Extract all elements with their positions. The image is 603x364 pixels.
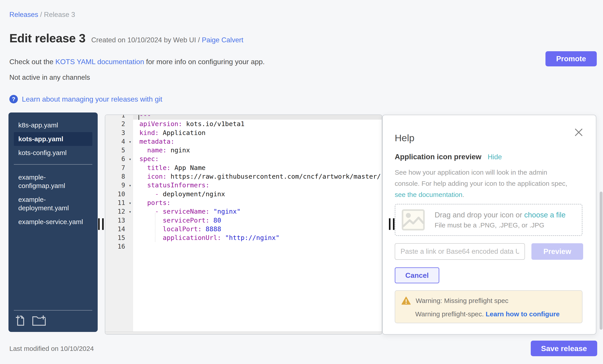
kots-yaml-doc-link[interactable]: KOTS YAML documentation [55, 58, 144, 66]
created-text: Created on 10/10/2024 by Web UI / [91, 36, 202, 44]
code-line-6: spec: [133, 154, 382, 163]
breadcrumb: Releases / Release 3 [9, 11, 75, 19]
code-line-15: applicationUrl: "http://nginx" [133, 233, 382, 242]
text-cursor [139, 115, 139, 120]
gutter-line-10: 10 [105, 190, 133, 199]
cancel-button[interactable]: Cancel [395, 267, 439, 283]
edit-release-page: Releases / Release 3 Edit release 3 Crea… [0, 0, 603, 364]
code-line-14: localPort: 8888 [133, 225, 382, 233]
desc-line-2: console. For help adding your icon to th… [395, 180, 567, 187]
save-release-button[interactable]: Save release [531, 341, 597, 356]
editor-horizontal-scrollbar[interactable] [105, 331, 382, 334]
file-item-k8s-app.yaml[interactable]: k8s-app.yaml [14, 118, 92, 132]
code-line-9: statusInformers: [133, 181, 382, 189]
gutter-line-15: 15 [105, 233, 133, 242]
close-icon[interactable] [574, 128, 583, 137]
icon-preview-description: See how your application icon will look … [395, 167, 567, 200]
help-panel-resize-handle[interactable] [389, 218, 394, 230]
gutter-line-2: 2 [105, 120, 133, 128]
code-rows: ---apiVersion: kots.io/v1beta1kind: Appl… [133, 115, 382, 251]
doc-suffix: for more info on configuring your app. [144, 58, 265, 66]
code-line-4: metadata: [133, 137, 382, 146]
gutter-line-1: 1 [105, 115, 133, 120]
page-title: Edit release 3 [9, 31, 85, 45]
code-line-16 [133, 242, 382, 251]
indent-guide [155, 213, 155, 242]
fold-arrow-icon[interactable]: ▾ [129, 181, 131, 190]
breadcrumb-releases-link[interactable]: Releases [9, 11, 38, 19]
git-releases-link[interactable]: Learn about managing your releases with … [22, 95, 162, 103]
hide-link[interactable]: Hide [488, 153, 502, 161]
icon-dropzone[interactable]: Drag and drop your icon or choose a file… [395, 204, 582, 236]
gutter-line-13: 13 [105, 216, 133, 225]
see-documentation-link[interactable]: see the documentation [395, 191, 463, 198]
choose-file-link[interactable]: choose a file [524, 211, 566, 219]
help-panel: Help Application icon preview Hide See h… [382, 115, 596, 335]
gutter-line-11: 11▾ [105, 199, 133, 207]
gutter-line-6: 6▾ [105, 154, 133, 163]
desc-period: . [463, 191, 464, 198]
sidebar-bottom-toolbar [14, 310, 92, 328]
promote-button[interactable]: Promote [545, 51, 597, 66]
file-list-primary: k8s-app.yamlkots-app.yamlkots-config.yam… [9, 112, 98, 160]
file-item-kots-config.yaml[interactable]: kots-config.yaml [14, 146, 92, 160]
icon-url-input[interactable] [395, 243, 525, 260]
preflight-warning-box: Warning: Missing preflight spec Warning … [395, 290, 582, 323]
gutter-line-7: 7 [105, 164, 133, 172]
doc-prefix: Check out the [9, 58, 55, 66]
add-folder-icon[interactable] [32, 315, 46, 326]
gutter-line-9: 9▾ [105, 181, 133, 189]
gutter-line-8: 8 [105, 172, 133, 181]
gutter-line-5: 5 [105, 146, 133, 154]
file-list-secondary: example-configmap.yamlexample-deployment… [9, 169, 98, 229]
editor-code-area[interactable]: ---apiVersion: kots.io/v1beta1kind: Appl… [133, 115, 382, 334]
doc-line: Check out the KOTS YAML documentation fo… [9, 58, 265, 66]
file-item-example-deployment.yaml[interactable]: example-deployment.yaml [14, 193, 92, 215]
git-help-line: ? Learn about managing your releases wit… [9, 95, 162, 103]
code-line-10: - deployment/nginx [133, 190, 382, 199]
gutter-line-4: 4▾ [105, 137, 133, 146]
breadcrumb-current: Release 3 [44, 11, 75, 19]
code-line-5: name: nginx [133, 146, 382, 154]
dropzone-label: Drag and drop your icon or [435, 211, 524, 219]
desc-line-1: See how your application icon will look … [395, 169, 547, 176]
fold-arrow-icon[interactable]: ▾ [129, 137, 131, 146]
author-link[interactable]: Paige Calvert [202, 36, 243, 44]
code-line-3: kind: Application [133, 129, 382, 137]
code-line-8: icon: https://raw.githubusercontent.com/… [133, 172, 382, 181]
gutter-line-14: 14 [105, 225, 133, 233]
warning-configure-link[interactable]: Learn how to configure [486, 310, 560, 318]
add-file-icon[interactable] [16, 315, 25, 326]
fold-arrow-icon[interactable]: ▾ [129, 155, 131, 164]
breadcrumb-separator: / [38, 11, 44, 19]
code-line-7: title: App Name [133, 164, 382, 172]
code-line-13: servicePort: 80 [133, 216, 382, 225]
icon-preview-heading: Application icon preview [395, 153, 481, 161]
sidebar-resize-handle[interactable] [98, 218, 104, 230]
dropzone-hint: File must be a .PNG, .JPEG, or .JPG [435, 221, 566, 229]
code-line-12: - serviceName: "nginx" [133, 207, 382, 216]
gutter-rows: 1234▾56▾789▾1011▾12▾13141516 [105, 115, 133, 251]
icon-preview-heading-row: Application icon preview Hide [395, 153, 502, 161]
help-title: Help [395, 132, 414, 143]
image-placeholder-icon [402, 209, 425, 231]
last-modified-text: Last modified on 10/10/2024 [9, 345, 94, 353]
gutter-line-16: 16 [105, 242, 133, 251]
code-line-2: apiVersion: kots.io/v1beta1 [133, 120, 382, 128]
file-item-example-service.yaml[interactable]: example-service.yaml [14, 215, 92, 229]
warning-detail: Warning preflight-spec. Learn how to con… [415, 310, 576, 318]
warning-icon [401, 297, 411, 305]
page-scrollbar-thumb[interactable] [600, 192, 603, 330]
channel-status: Not active in any channels [9, 74, 90, 82]
preview-button[interactable]: Preview [531, 243, 583, 260]
editor-gutter: 1234▾56▾789▾1011▾12▾13141516 [105, 115, 133, 334]
yaml-editor[interactable]: 1234▾56▾789▾1011▾12▾13141516 ---apiVersi… [105, 114, 382, 335]
warning-title: Warning: Missing preflight spec [416, 297, 509, 305]
file-item-example-configmap.yaml[interactable]: example-configmap.yaml [14, 170, 92, 193]
title-row: Edit release 3 Created on 10/10/2024 by … [9, 31, 243, 45]
fold-arrow-icon[interactable]: ▾ [129, 199, 131, 207]
warning-text: Warning preflight-spec. [415, 310, 486, 318]
file-item-kots-app.yaml[interactable]: kots-app.yaml [14, 132, 92, 146]
fold-arrow-icon[interactable]: ▾ [129, 207, 131, 216]
gutter-line-3: 3 [105, 129, 133, 137]
